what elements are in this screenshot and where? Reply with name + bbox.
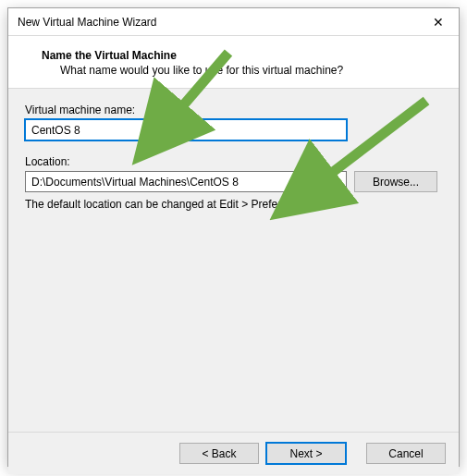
next-button[interactable]: Next >	[266, 443, 346, 464]
vm-name-input[interactable]	[25, 119, 347, 140]
cancel-button[interactable]: Cancel	[366, 443, 446, 464]
page-subtitle: What name would you like to use for this…	[60, 64, 449, 77]
titlebar: New Virtual Machine Wizard ✕	[8, 8, 459, 36]
vm-name-label: Virtual machine name:	[25, 104, 442, 116]
content-area: Virtual machine name: Location: Browse..…	[8, 89, 459, 432]
back-button[interactable]: < Back	[179, 443, 259, 464]
location-label: Location:	[25, 155, 442, 168]
page-title: Name the Virtual Machine	[42, 49, 449, 62]
browse-button[interactable]: Browse...	[354, 171, 437, 192]
wizard-header: Name the Virtual Machine What name would…	[8, 36, 459, 89]
close-icon[interactable]: ✕	[425, 11, 451, 33]
hint-text: The default location can be changed at E…	[25, 198, 442, 211]
location-input[interactable]	[25, 171, 347, 192]
wizard-dialog: New Virtual Machine Wizard ✕ Name the Vi…	[7, 7, 460, 467]
window-title: New Virtual Machine Wizard	[18, 16, 157, 29]
footer: < Back Next > Cancel	[8, 432, 459, 474]
